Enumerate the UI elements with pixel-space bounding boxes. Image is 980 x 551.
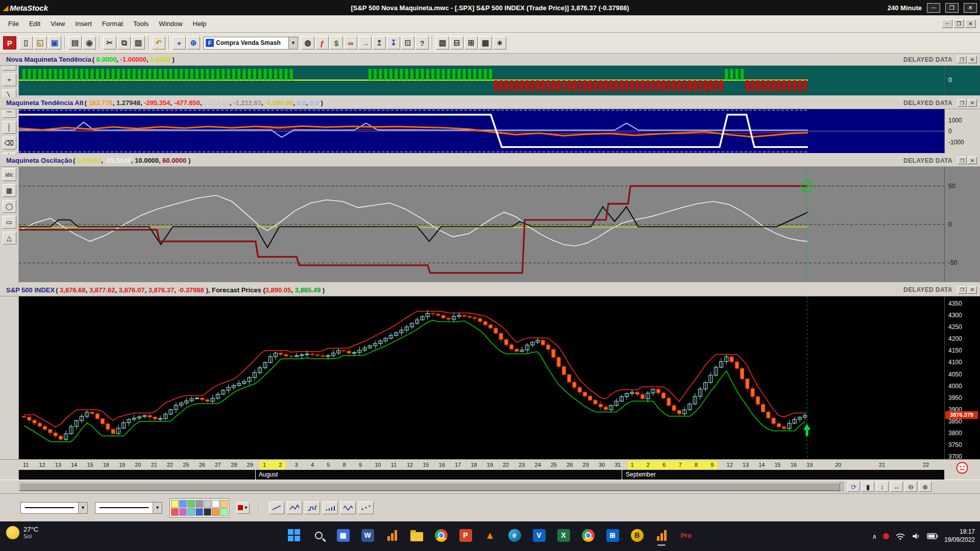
vlc-app[interactable]: ▲ — [479, 523, 501, 547]
panel-maximize-button[interactable]: ❐ — [958, 99, 967, 107]
chart-style-zigzag-button[interactable] — [287, 502, 302, 514]
chart-style-bars-button[interactable] — [323, 502, 338, 514]
upload-button[interactable]: ↥ — [373, 36, 386, 49]
volume-icon[interactable] — [912, 532, 921, 540]
close-button[interactable]: ✕ — [964, 3, 977, 13]
line-style-dropdown[interactable]: ▼ — [20, 502, 88, 514]
menu-format[interactable]: Format — [97, 17, 128, 30]
download-button[interactable]: ↧ — [387, 36, 400, 49]
rectangle-tool[interactable]: ▭ — [3, 216, 16, 229]
pro-app[interactable]: Pro — [675, 523, 697, 547]
tile-vertical-button[interactable]: ⊞ — [464, 36, 478, 49]
panel-maximize-button[interactable]: ❐ — [958, 157, 967, 164]
refresh-button[interactable]: ⟳ — [847, 482, 860, 492]
wifi-icon[interactable] — [895, 532, 905, 540]
taskbar-clock[interactable]: 18:17 19/09/2022 — [944, 528, 975, 544]
chart-style-line-button[interactable] — [269, 502, 284, 514]
palette-color[interactable] — [187, 500, 195, 508]
file-explorer[interactable] — [406, 523, 427, 547]
office-app[interactable]: ⊞ — [602, 523, 623, 547]
palette-color[interactable] — [171, 508, 179, 516]
ellipse-tool[interactable]: ◯ — [3, 200, 16, 213]
panel-close-button[interactable]: ✕ — [968, 99, 977, 107]
menu-edit[interactable]: Edit — [24, 17, 45, 30]
formula-button[interactable]: ƒ — [315, 36, 329, 49]
cut-button[interactable]: ✂ — [103, 36, 116, 49]
chrome-app[interactable] — [430, 523, 452, 547]
zoom-in-button[interactable]: ⊕ — [919, 482, 932, 492]
child-restore-button[interactable]: ❐ — [953, 19, 964, 28]
line-weight-dropdown[interactable]: ▼ — [95, 502, 162, 514]
code-app[interactable]: V — [528, 523, 550, 547]
palette-color[interactable] — [212, 500, 219, 508]
palette-color[interactable] — [195, 500, 203, 508]
layout-button[interactable]: ∗ — [493, 36, 506, 49]
chart-zoom-button[interactable]: ⊡ — [401, 36, 414, 49]
palette-color[interactable] — [195, 508, 203, 516]
vertical-line-tool[interactable]: │ — [3, 121, 16, 134]
oscilacao-chart[interactable] — [19, 167, 944, 282]
zoom-out-button[interactable]: ⊖ — [904, 482, 917, 492]
cascade-windows-button[interactable]: ▧ — [436, 36, 449, 49]
menu-file[interactable]: File — [3, 17, 24, 30]
tendencia-scale[interactable]: 0 — [944, 66, 980, 95]
power-console-button[interactable]: P — [3, 36, 16, 49]
panel-close-button[interactable]: ✕ — [968, 286, 977, 294]
palette-color[interactable] — [179, 508, 187, 516]
tendencia-alt-chart[interactable] — [19, 109, 944, 153]
tile-horizontal-button[interactable]: ⊟ — [450, 36, 463, 49]
palette-color[interactable] — [187, 508, 195, 516]
triangle-tool[interactable]: △ — [3, 232, 16, 244]
metastock-active-app[interactable] — [651, 523, 672, 547]
chevron-down-icon[interactable]: ▼ — [153, 503, 162, 513]
panel-maximize-button[interactable]: ❐ — [958, 56, 967, 63]
menu-view[interactable]: View — [45, 17, 70, 30]
horizontal-scrollbar[interactable] — [19, 482, 844, 491]
menu-insert[interactable]: Insert — [70, 17, 97, 30]
scrollbar-thumb[interactable] — [19, 483, 840, 491]
paste-button[interactable]: ▨ — [132, 36, 145, 49]
edge-app[interactable]: e — [504, 523, 525, 547]
chart-style-wave-button[interactable] — [340, 502, 356, 514]
chart-style-step-button[interactable] — [305, 502, 320, 514]
menu-help[interactable]: Help — [188, 17, 212, 30]
expert-advisor-alert-icon[interactable] — [955, 461, 969, 474]
new-chart-button[interactable]: ▯ — [19, 36, 33, 49]
sp500-price-chart[interactable] — [19, 296, 944, 459]
minimize-button[interactable]: ─ — [927, 3, 940, 13]
browser-app[interactable] — [577, 523, 599, 547]
panel-close-button[interactable]: ✕ — [968, 157, 977, 164]
text-tool[interactable]: abc — [3, 168, 16, 181]
search-button[interactable] — [308, 523, 329, 547]
symbol-selector-dropdown[interactable]: F Compra Venda Smash ▼ — [203, 37, 298, 49]
tendencia-chart[interactable] — [19, 66, 944, 95]
help-button[interactable]: ? — [415, 36, 429, 49]
save-button[interactable]: ▣ — [48, 36, 61, 49]
panel-close-button[interactable]: ✕ — [968, 56, 977, 63]
child-minimize-button[interactable]: ─ — [942, 19, 952, 28]
widgets-button[interactable]: ▦ — [332, 523, 354, 547]
palette-color[interactable] — [204, 500, 211, 508]
sp500-price-scale[interactable]: 4350430042504200415041004050400039503900… — [944, 296, 980, 459]
oscilacao-scale[interactable]: 500-50 — [944, 167, 980, 282]
palette-color[interactable] — [220, 508, 228, 516]
chevron-down-icon[interactable]: ▼ — [78, 503, 87, 513]
menu-tools[interactable]: Tools — [128, 17, 154, 30]
pan-button[interactable]: ↔ — [890, 482, 903, 492]
arrange-icons-button[interactable]: ▦ — [479, 36, 492, 49]
forward-button[interactable]: → — [358, 36, 372, 49]
color-picker-dropdown[interactable]: ▼ — [236, 502, 250, 514]
open-button[interactable]: ◱ — [34, 36, 47, 49]
menu-window[interactable]: Window — [154, 17, 187, 30]
chevron-down-icon[interactable]: ▼ — [288, 37, 298, 49]
vertical-scale-button[interactable]: ↕ — [876, 482, 889, 492]
crosshair-tool[interactable]: + — [3, 73, 16, 86]
palette-color[interactable] — [204, 508, 211, 516]
start-button[interactable] — [283, 523, 305, 547]
palette-color[interactable] — [220, 500, 228, 508]
dollar-button[interactable]: $ — [330, 36, 343, 49]
explorer-button[interactable]: ◍ — [301, 36, 314, 49]
grid-tool[interactable]: ▦ — [3, 184, 16, 197]
undo-button[interactable]: ↶ — [152, 36, 165, 49]
delete-tool[interactable]: ⌫ — [3, 137, 16, 149]
